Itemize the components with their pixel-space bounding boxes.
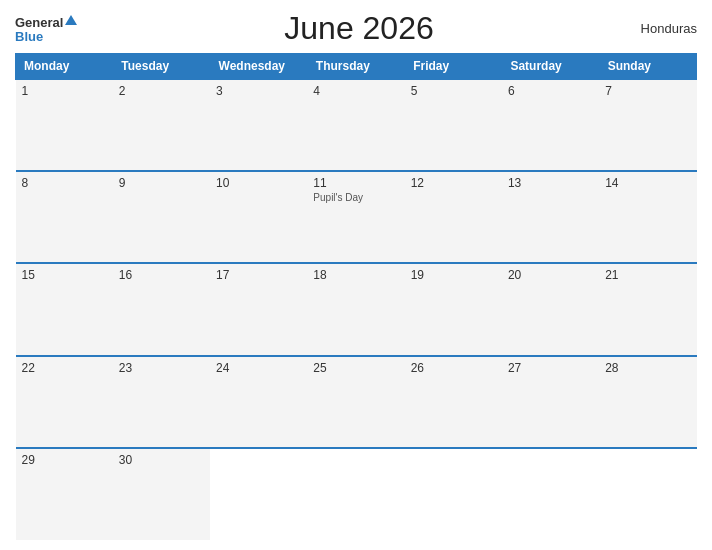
col-sunday: Sunday [599, 54, 696, 80]
col-monday: Monday [16, 54, 113, 80]
day-number: 18 [313, 268, 396, 282]
day-cell: 11Pupil's Day [307, 171, 404, 263]
day-cell: 23 [113, 356, 210, 448]
month-title: June 2026 [284, 10, 433, 47]
day-cell: 15 [16, 263, 113, 355]
day-cell: 30 [113, 448, 210, 540]
day-number: 23 [119, 361, 202, 375]
day-cell: 12 [405, 171, 502, 263]
day-cell [502, 448, 599, 540]
day-number: 26 [411, 361, 494, 375]
day-cell: 13 [502, 171, 599, 263]
day-number: 14 [605, 176, 688, 190]
week-row-2: 891011Pupil's Day121314 [16, 171, 697, 263]
col-tuesday: Tuesday [113, 54, 210, 80]
weekday-header-row: Monday Tuesday Wednesday Thursday Friday… [16, 54, 697, 80]
day-number: 24 [216, 361, 299, 375]
week-row-1: 1234567 [16, 79, 697, 171]
col-wednesday: Wednesday [210, 54, 307, 80]
day-cell: 26 [405, 356, 502, 448]
col-saturday: Saturday [502, 54, 599, 80]
day-number: 30 [119, 453, 202, 467]
day-cell: 28 [599, 356, 696, 448]
day-number: 28 [605, 361, 688, 375]
day-number: 16 [119, 268, 202, 282]
day-number: 29 [22, 453, 105, 467]
logo: General Blue [15, 13, 77, 45]
col-thursday: Thursday [307, 54, 404, 80]
week-row-5: 2930 [16, 448, 697, 540]
day-number: 5 [411, 84, 494, 98]
day-cell: 6 [502, 79, 599, 171]
day-number: 7 [605, 84, 688, 98]
logo-general-label: General [15, 15, 63, 30]
logo-triangle-icon [65, 15, 77, 25]
day-cell: 14 [599, 171, 696, 263]
day-cell: 22 [16, 356, 113, 448]
calendar-body: 1234567891011Pupil's Day1213141516171819… [16, 79, 697, 540]
day-number: 12 [411, 176, 494, 190]
day-cell: 4 [307, 79, 404, 171]
day-number: 27 [508, 361, 591, 375]
day-number: 9 [119, 176, 202, 190]
day-cell: 24 [210, 356, 307, 448]
calendar-table: Monday Tuesday Wednesday Thursday Friday… [15, 53, 697, 540]
day-number: 20 [508, 268, 591, 282]
country-label: Honduras [641, 21, 697, 36]
day-cell: 27 [502, 356, 599, 448]
day-cell: 2 [113, 79, 210, 171]
day-number: 10 [216, 176, 299, 190]
day-number: 22 [22, 361, 105, 375]
day-cell: 9 [113, 171, 210, 263]
day-number: 21 [605, 268, 688, 282]
day-number: 2 [119, 84, 202, 98]
day-cell: 7 [599, 79, 696, 171]
calendar-header: General Blue June 2026 Honduras [15, 10, 697, 47]
week-row-3: 15161718192021 [16, 263, 697, 355]
day-cell: 29 [16, 448, 113, 540]
day-cell: 19 [405, 263, 502, 355]
day-cell: 3 [210, 79, 307, 171]
day-cell [405, 448, 502, 540]
day-number: 25 [313, 361, 396, 375]
week-row-4: 22232425262728 [16, 356, 697, 448]
day-number: 17 [216, 268, 299, 282]
event-label: Pupil's Day [313, 192, 396, 203]
day-number: 11 [313, 176, 396, 190]
day-number: 19 [411, 268, 494, 282]
day-cell [307, 448, 404, 540]
day-cell: 20 [502, 263, 599, 355]
day-cell: 17 [210, 263, 307, 355]
logo-general-text: General [15, 13, 77, 31]
logo-blue-label: Blue [15, 30, 77, 44]
day-cell: 21 [599, 263, 696, 355]
day-cell: 8 [16, 171, 113, 263]
day-number: 3 [216, 84, 299, 98]
day-number: 4 [313, 84, 396, 98]
day-number: 6 [508, 84, 591, 98]
day-cell: 18 [307, 263, 404, 355]
day-cell: 25 [307, 356, 404, 448]
day-cell: 10 [210, 171, 307, 263]
day-number: 15 [22, 268, 105, 282]
day-cell: 16 [113, 263, 210, 355]
day-cell: 5 [405, 79, 502, 171]
day-number: 1 [22, 84, 105, 98]
col-friday: Friday [405, 54, 502, 80]
day-number: 13 [508, 176, 591, 190]
day-number: 8 [22, 176, 105, 190]
day-cell [599, 448, 696, 540]
day-cell [210, 448, 307, 540]
day-cell: 1 [16, 79, 113, 171]
